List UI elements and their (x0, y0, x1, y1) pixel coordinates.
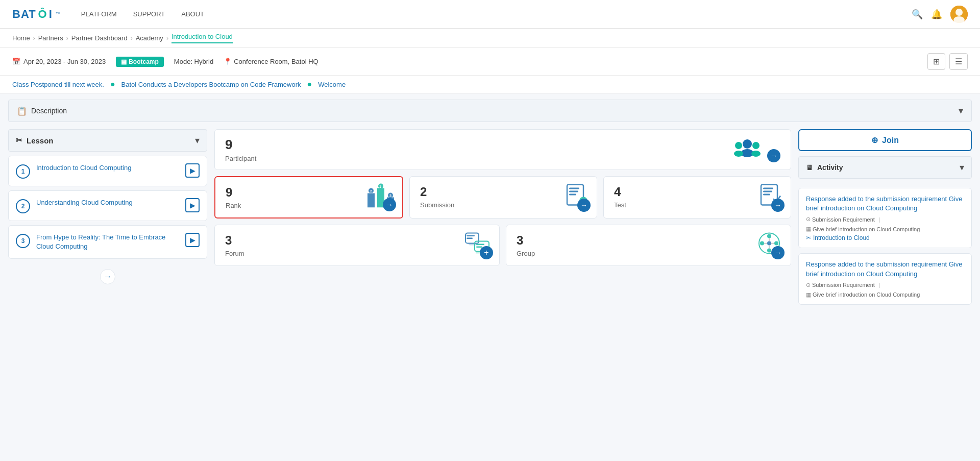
submission-arrow[interactable]: → (577, 199, 591, 212)
rank-arrow[interactable]: → (383, 198, 396, 211)
logo-tm: ™ (56, 11, 61, 17)
avatar[interactable] (950, 6, 968, 23)
view-toggle-btn-2[interactable]: ☰ (949, 53, 968, 70)
nav-support[interactable]: SUPPORT (133, 10, 165, 18)
top-nav: BAT Ô I ™ PLATFORM SUPPORT ABOUT 🔍 🔔 (0, 0, 980, 29)
scissors-icon-1: ✂ (806, 234, 811, 241)
description-label: Description (31, 107, 67, 115)
mode-text: Mode: Hybrid (174, 58, 213, 65)
activity-list: Response added to the submission require… (798, 188, 972, 305)
svg-point-6 (734, 151, 743, 157)
radio-icon-2: ⊙ (806, 282, 811, 288)
lesson-header[interactable]: ✂ Lesson ▾ (8, 129, 207, 152)
activity-type2-badge-2: ▦ Give brief introduction on Cloud Compu… (806, 292, 920, 298)
svg-point-36 (760, 241, 764, 245)
activity-title-2[interactable]: Response added to the submission require… (806, 260, 964, 278)
lesson-num-1: 1 (16, 164, 30, 179)
breadcrumb-current[interactable]: Introduction to Cloud (172, 33, 233, 43)
bootcamp-badge: ▦ Bootcamp (116, 57, 164, 67)
lesson-item-3: 3 From Hype to Reality: The Time to Embr… (8, 225, 207, 259)
logo[interactable]: BAT Ô I ™ (12, 8, 61, 21)
lesson-title-1[interactable]: Introduction to Cloud Computing (36, 163, 179, 173)
lesson-label: Lesson (27, 136, 54, 145)
view-toggle-btn-1[interactable]: ⊞ (927, 53, 945, 70)
search-icon[interactable]: 🔍 (912, 9, 923, 20)
svg-rect-31 (476, 244, 484, 245)
forum-add-btn[interactable]: + (480, 246, 493, 259)
svg-point-37 (774, 241, 778, 245)
breadcrumb-academy[interactable]: Academy (136, 34, 163, 42)
svg-rect-19 (569, 187, 579, 189)
submission-label: Submission (420, 201, 586, 209)
lesson-more-btn[interactable]: → (100, 269, 115, 284)
date-range-text: Apr 20, 2023 - Jun 30, 2023 (23, 58, 106, 65)
lesson-play-btn-3[interactable]: ▶ (185, 233, 200, 247)
svg-text:1: 1 (379, 184, 381, 188)
lesson-more-area: → (8, 263, 207, 286)
lesson-play-btn-1[interactable]: ▶ (185, 163, 200, 178)
main-content: ✂ Lesson ▾ 1 Introduction to Cloud Compu… (0, 122, 980, 312)
grid-icon-2: ▦ (806, 292, 811, 298)
activity-course-1[interactable]: ✂ Introduction to Cloud (806, 234, 964, 241)
radio-icon-1: ⊙ (806, 216, 811, 223)
activity-chevron: ▾ (960, 162, 964, 173)
join-icon: ⊕ (871, 135, 878, 145)
participant-icon-area (733, 139, 761, 161)
group-arrow[interactable]: → (771, 246, 785, 259)
pipe-2: | (879, 282, 880, 288)
bell-icon[interactable]: 🔔 (931, 9, 942, 20)
svg-rect-20 (569, 190, 578, 192)
pipe-1: | (879, 216, 880, 223)
lesson-title-2[interactable]: Understanding Cloud Computing (36, 198, 179, 207)
breadcrumb-partners[interactable]: Partners (38, 34, 63, 42)
lesson-play-btn-2[interactable]: ▶ (185, 198, 200, 212)
join-button[interactable]: ⊕ Join (798, 129, 972, 151)
svg-point-8 (751, 151, 761, 157)
activity-item-2: Response added to the submission require… (798, 253, 972, 304)
svg-rect-9 (368, 193, 375, 207)
breadcrumb-sep-4: › (166, 35, 168, 42)
location-value: Conference Room, Batoi HQ (234, 58, 318, 65)
test-card: 4 Test → (603, 176, 791, 219)
activity-title-1[interactable]: Response added to the submission require… (806, 195, 964, 213)
submission-card: 2 Submission → (409, 176, 597, 219)
test-arrow[interactable]: → (771, 199, 785, 212)
activity-label: Activity (817, 163, 843, 172)
date-range: 📅 Apr 20, 2023 - Jun 30, 2023 (12, 58, 106, 65)
activity-course-text-1: Introduction to Cloud (813, 234, 870, 241)
nav-about[interactable]: ABOUT (181, 10, 204, 18)
lesson-num-3: 3 (16, 234, 30, 248)
description-label-area: 📋 Description (17, 106, 67, 116)
left-panel: ✂ Lesson ▾ 1 Introduction to Cloud Compu… (8, 129, 207, 305)
svg-point-38 (767, 241, 771, 245)
svg-point-5 (735, 142, 742, 149)
activity-header[interactable]: 🖥 Activity ▾ (798, 156, 972, 179)
breadcrumb-partner-dashboard[interactable]: Partner Dashboard (71, 34, 128, 42)
lesson-title-3[interactable]: From Hype to Reality: The Time to Embrac… (36, 233, 179, 251)
svg-point-1 (955, 9, 963, 16)
scissors-icon: ✂ (16, 136, 22, 145)
ticker-msg-2: Batoi Conducts a Developers Bootcamp on … (121, 81, 301, 88)
bottom-row: 3 Forum + 3 (214, 225, 791, 266)
breadcrumb-sep-1: › (33, 35, 35, 42)
stats-row-1: 9 Rank 2 1 3 → (214, 176, 791, 219)
participant-card: 9 Participant → (214, 129, 791, 170)
svg-rect-25 (763, 190, 772, 192)
lesson-list: 1 Introduction to Cloud Computing ▶ 2 Un… (8, 156, 207, 286)
description-bar[interactable]: 📋 Description ▾ (8, 100, 972, 122)
test-label: Test (614, 201, 780, 209)
activity-item-1: Response added to the submission require… (798, 188, 972, 248)
breadcrumb-sep-3: › (131, 35, 133, 42)
breadcrumb-home[interactable]: Home (12, 34, 30, 42)
logo-o: Ô (38, 8, 47, 21)
ticker-dot-1: ● (110, 80, 115, 89)
ticker-content: Class Postponed till next week. ● Batoi … (12, 80, 968, 89)
nav-right: 🔍 🔔 (912, 6, 968, 23)
participant-arrow[interactable]: → (767, 149, 780, 162)
activity-type2-badge-1: ▦ Give brief introduction on Cloud Compu… (806, 226, 920, 232)
bootcamp-label: Bootcamp (129, 58, 159, 65)
nav-platform[interactable]: PLATFORM (81, 10, 117, 18)
lesson-header-left: ✂ Lesson (16, 136, 54, 145)
grid-icon-1: ▦ (806, 226, 811, 232)
group-card: 3 Group → (506, 225, 791, 266)
